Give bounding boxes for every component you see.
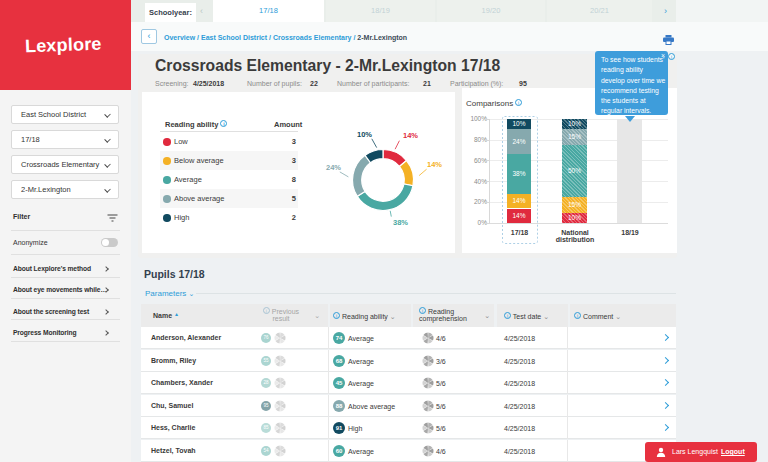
svg-text:38%: 38% xyxy=(393,218,408,227)
svg-text:10%: 10% xyxy=(357,130,372,139)
svg-text:14%: 14% xyxy=(427,160,442,169)
svg-text:14%: 14% xyxy=(403,131,418,140)
svg-text:24%: 24% xyxy=(326,163,341,172)
